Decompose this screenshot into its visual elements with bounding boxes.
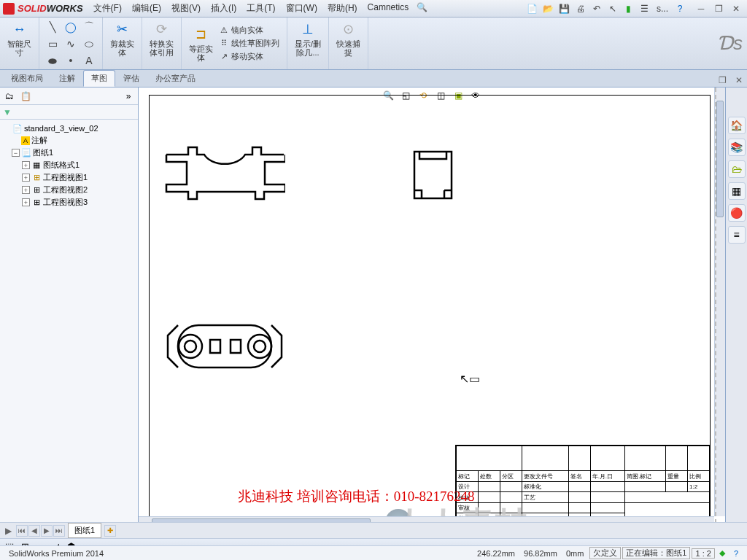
window-controls: ─ ❐ ✕ — [693, 3, 744, 15]
tab-view-layout[interactable]: 视图布局 — [3, 70, 51, 87]
expand-icon[interactable]: + — [22, 198, 30, 206]
tab-annotation[interactable]: 注解 — [51, 70, 83, 87]
sheet-tab-1[interactable]: 图纸1 — [68, 523, 101, 538]
svg-rect-6 — [210, 340, 220, 353]
doc-close-icon[interactable]: ✕ — [731, 74, 747, 87]
drawing-canvas[interactable]: 🔍 ◱ ⟲ ◫ ▣ 👁 — [139, 88, 725, 538]
line-icon[interactable]: ╲ — [44, 19, 61, 35]
tree-sheet[interactable]: −📃图纸1 — [3, 147, 135, 159]
add-sheet-icon[interactable]: ✚ — [104, 525, 116, 537]
drawing-view-3[interactable] — [165, 321, 285, 372]
scroll-thumb[interactable] — [716, 101, 724, 217]
tp-library-icon[interactable]: 📚 — [728, 139, 746, 156]
tree-sheet-format[interactable]: +▦图纸格式1 — [3, 159, 135, 171]
display-button[interactable]: ⊥ 显示/删 除几... — [292, 19, 324, 58]
tab-sketch[interactable]: 草图 — [83, 70, 115, 87]
menu-window[interactable]: 窗口(W) — [282, 1, 322, 16]
text-icon[interactable]: A — [80, 52, 98, 69]
menu-tools[interactable]: 工具(T) — [242, 1, 279, 16]
vertical-scrollbar[interactable] — [714, 88, 725, 516]
collapse-icon[interactable]: − — [12, 149, 20, 157]
panel-menu-icon[interactable]: » — [122, 90, 135, 103]
svg-point-4 — [248, 335, 271, 358]
doc-switch[interactable]: s... — [654, 2, 671, 15]
filter-bar[interactable]: ▼ — [0, 105, 138, 120]
offset-button[interactable]: ⊐ 等距实 体 — [186, 24, 216, 63]
expand-icon[interactable]: + — [22, 186, 30, 194]
status-y: 96.82mm — [519, 549, 562, 558]
restore-icon[interactable]: ❐ — [711, 3, 727, 15]
rect-icon[interactable]: ▭ — [44, 36, 61, 52]
point-icon[interactable]: • — [62, 52, 80, 69]
first-sheet-icon[interactable]: ⏮ — [16, 525, 28, 537]
tree-view-1[interactable]: +⊞工程图视图1 — [3, 171, 135, 184]
minimize-icon[interactable]: ─ — [693, 3, 709, 15]
arc-icon[interactable]: ⌒ — [80, 19, 98, 35]
status-editing: 正在编辑：图纸1 — [622, 547, 690, 559]
move-button[interactable]: ↗移动实体 — [216, 50, 282, 63]
undo-icon[interactable]: ↶ — [589, 2, 604, 15]
ribbon-group-display: ⊥ 显示/删 除几... — [287, 18, 329, 69]
menu-view[interactable]: 视图(V) — [167, 1, 205, 16]
menu-camnetics[interactable]: Camnetics — [363, 1, 414, 16]
menu-insert[interactable]: 插入(I) — [206, 1, 241, 16]
open-icon[interactable]: 📂 — [541, 2, 556, 15]
motion-icon[interactable]: ▶ — [3, 526, 13, 536]
slot-icon[interactable]: ⬬ — [44, 52, 61, 69]
circle-icon[interactable]: ◯ — [62, 19, 80, 35]
menu-file[interactable]: 文件(F) — [89, 1, 126, 16]
drawing-view-1[interactable] — [165, 146, 285, 201]
prev-sheet-icon[interactable]: ◀ — [28, 525, 40, 537]
new-icon[interactable]: 📄 — [525, 2, 540, 15]
next-sheet-icon[interactable]: ▶ — [41, 525, 53, 537]
print-icon[interactable]: 🖨 — [573, 2, 588, 15]
search-icon[interactable]: 🔍 — [414, 1, 429, 14]
expand-icon[interactable]: + — [22, 174, 30, 182]
sheet-nav: ⏮ ◀ ▶ ⏭ — [16, 525, 65, 537]
tab-evaluate[interactable]: 评估 — [115, 70, 147, 87]
menu-help[interactable]: 帮助(H) — [323, 1, 362, 16]
titlebar: SOLIDWORKS 文件(F) 编辑(E) 视图(V) 插入(I) 工具(T)… — [0, 0, 747, 18]
tp-palette-icon[interactable]: ▦ — [728, 182, 746, 200]
rebuild-icon[interactable]: ▮ — [622, 2, 636, 15]
save-icon[interactable]: 💾 — [557, 2, 572, 15]
status-customize-icon[interactable]: ◆ — [715, 548, 729, 558]
tp-explorer-icon[interactable]: 🗁 — [728, 160, 746, 178]
tab-office[interactable]: 办公室产品 — [147, 70, 204, 87]
mirror-button[interactable]: ⚠镜向实体 — [216, 24, 282, 36]
property-tab-icon[interactable]: 📋 — [19, 90, 32, 103]
help-icon[interactable]: ? — [673, 2, 687, 15]
ribbon-group-trim: ✂ 剪裁实 体 — [103, 18, 142, 69]
svg-rect-7 — [231, 340, 241, 353]
options-icon[interactable]: ☰ — [638, 2, 652, 15]
doc-restore-icon[interactable]: ❐ — [714, 74, 731, 87]
convert-button[interactable]: ⟳ 转换实 体引用 — [147, 19, 177, 58]
tp-home-icon[interactable]: 🏠 — [728, 117, 746, 134]
close-icon[interactable]: ✕ — [728, 3, 744, 15]
mirror-icon: ⚠ — [219, 26, 229, 35]
menu-edit[interactable]: 编辑(E) — [128, 1, 166, 16]
svg-rect-1 — [178, 325, 271, 368]
offset-icon: ⊐ — [193, 26, 210, 43]
feature-tree-tab-icon[interactable]: 🗂 — [3, 90, 16, 103]
status-help-icon[interactable]: ? — [729, 549, 743, 558]
tp-appearance-icon[interactable]: 🔴 — [728, 204, 746, 222]
tree-view-2[interactable]: +⊞工程图视图2 — [3, 184, 135, 196]
select-icon[interactable]: ↖ — [605, 2, 620, 15]
expand-icon[interactable]: + — [22, 161, 30, 169]
tree-annotations[interactable]: A注解 — [3, 134, 135, 147]
tree-view-3[interactable]: +⊞工程图视图3 — [3, 196, 135, 209]
tp-properties-icon[interactable]: ≡ — [728, 226, 746, 244]
tree-root[interactable]: 📄standard_3_view_02 — [3, 122, 135, 134]
status-scale[interactable]: 1 : 2 — [692, 548, 714, 559]
snap-button[interactable]: ⊙ 快速捕 捉 — [333, 19, 363, 58]
last-sheet-icon[interactable]: ⏭ — [53, 525, 65, 537]
ellipse-icon[interactable]: ⬭ — [80, 36, 98, 52]
smart-dimension-button[interactable]: ↔ 智能尺 寸 — [4, 19, 34, 58]
feature-panel-header: 🗂 📋 » — [0, 88, 138, 105]
ds-logo-icon: Ɗs — [718, 18, 747, 69]
drawing-view-2[interactable] — [413, 150, 453, 200]
spline-icon[interactable]: ∿ — [62, 36, 80, 52]
trim-button[interactable]: ✂ 剪裁实 体 — [107, 19, 137, 58]
linear-pattern-button[interactable]: ⠿线性草图阵列 — [216, 37, 282, 50]
